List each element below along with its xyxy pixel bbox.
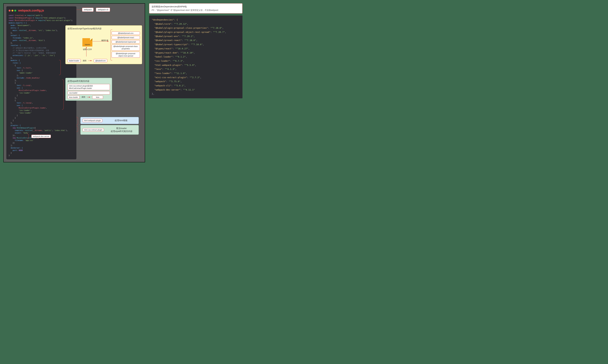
preset-item: @babel/preset-typescript [112,40,140,43]
preset-item: @babel/preset-env [112,31,140,35]
close-dot [9,10,11,12]
preset-item: @babel/plugin-proposal-object-rest-sprea… [112,52,140,58]
babelrc-file: .babelrc [82,38,93,47]
bracket-mini [76,126,78,132]
dep-row: "babel-loader": "^9.1.2", [152,55,240,59]
window-title: webpack.config.js [18,8,44,13]
config-ref-label: 配置引用 [102,39,108,41]
mini-loader-box: mini-css-extract-plugin提供的 MiniCssExtrac… [67,84,110,90]
less-box: less [92,95,103,99]
bracket-html [76,117,78,125]
note-box: 这些都是devDependencies的NPM包 PS："@types/reac… [149,3,242,13]
html-plugin-box: html-webpack-plugin [82,119,102,122]
webpack-cli-box: webpack-cli [96,8,110,12]
note-line1: 这些都是devDependencies的NPM包 [152,5,240,8]
dev-server-box: webpack-dev-server [31,135,51,138]
diagram-canvas: webpack webpack-cli 使用 webpack.config.js… [3,3,145,162]
less-loader-box: less-loader [67,95,79,99]
dep-row: "@babel/core": "^7.20.12", [152,22,240,26]
bracket-dev [27,134,29,139]
js-panel: 处理JavaScript/TypeScript相关内容 .babelrc 读取r… [65,25,142,64]
window-header: webpack.config.js [9,8,74,13]
js-panel-title: 处理JavaScript/TypeScript相关内容 [67,27,140,30]
note-ps: PS："@types/react" 与 "@types/react-dom"是类… [152,9,240,12]
dep-row: "@babel/preset-react": "^7.18.6", [152,38,240,42]
html-panel: html-webpack-plugin 处理html模板 [80,117,139,124]
dep-row: "webpack-cli": "^5.0.1", [152,84,240,88]
min-dot [12,10,13,12]
babel-core-box: @babel/core [94,59,107,62]
mini-panel: mini-css-extract-plugin 配合loader 处理style… [80,125,139,135]
dep-row: "css-loader": "^6.7.3", [152,59,240,63]
dep-row: "html-webpack-plugin": "^5.5.0", [152,63,240,67]
preset-list: @babel/preset-env @babel/preset-react @b… [112,31,140,62]
webpack-box: webpack [82,8,93,12]
deps-code: "devDependencies": { "@babel/core": "^7.… [149,15,242,98]
right-column: 这些都是devDependencies的NPM包 PS："@types/reac… [149,3,242,98]
bracket-js [59,60,61,75]
style-panel: 处理style样式相关内容 mini-css-extract-plugin提供的… [65,78,112,101]
dep-row: "@babel/plugin-proposal-class-properties… [152,26,240,30]
dep-row: "mini-css-extract-plugin": "^2.7.2", [152,76,240,80]
dep-row: "less-loader": "^11.1.0", [152,71,240,76]
mini-plugin-box: mini-css-extract-plugin [82,128,104,131]
dep-row: "webpack": "^5.75.0", [152,79,240,84]
dep-row: "less": "^4.1.3", [152,67,240,71]
read-label: 读取rc文件 [67,48,107,51]
dep-row: "webpack-dev-server": "^4.11.1" [152,88,240,92]
bracket-presets [111,29,112,61]
top-boxes: webpack webpack-cli [82,8,110,12]
bracket-style [62,79,64,109]
dep-row: "@babel/preset-typescript": "^7.18.6", [152,42,240,47]
babel-loader-box: babel-loader [67,59,81,62]
style-panel-title: 处理style样式相关内容 [67,80,110,83]
dep-row: "@types/react": "^18.0.27", [152,47,240,51]
call-label: 调用 [82,60,87,62]
preset-item: @babel/preset-react [112,36,140,39]
dep-row: "@babel/plugin-proposal-object-rest-spre… [152,30,240,34]
max-dot [14,10,16,12]
arrow-read [86,47,87,56]
html-desc: 处理html模板 [106,119,137,122]
dep-row: "@babel/preset-env": "^7.20.2", [152,34,240,39]
dep-row: "@types/react-dom": "^18.0.10", [152,51,240,55]
css-loader-box: css-loader [67,91,110,94]
preset-item: @babel/plugin-proposal-class-properties [112,44,140,51]
mini-desc: 配合loader 处理style样式相关内容 [106,127,137,133]
